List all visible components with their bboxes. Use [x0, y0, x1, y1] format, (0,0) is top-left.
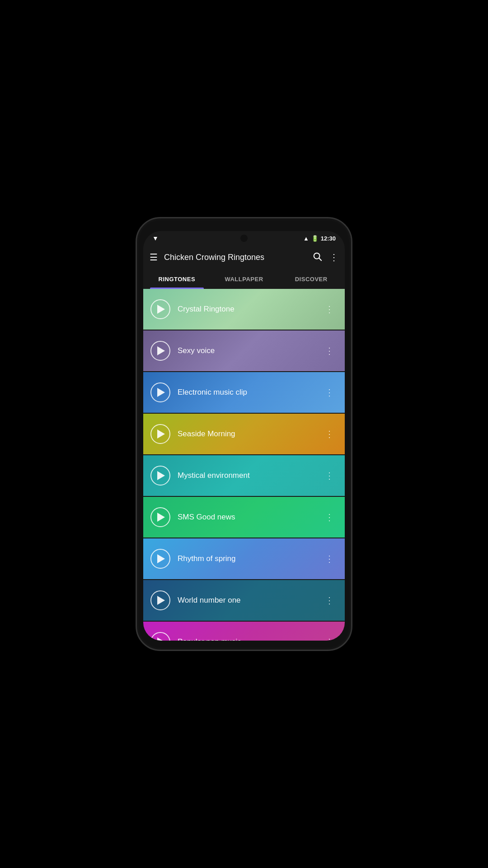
app-bar: ☰ Chicken Crowing Ringtones ⋮ [143, 245, 345, 269]
play-icon [157, 554, 165, 563]
item-more-icon[interactable]: ⋮ [321, 342, 338, 360]
play-button[interactable] [150, 590, 170, 610]
phone-screen: ▼ ▲ 🔋 12:30 ☰ Chicken Crowing Ringtones … [143, 231, 345, 641]
ringtone-item[interactable]: Rhythm of spring ⋮ [143, 538, 345, 579]
play-button[interactable] [150, 507, 170, 527]
ringtone-item[interactable]: Electronic music clip ⋮ [143, 372, 345, 413]
menu-icon[interactable]: ☰ [150, 252, 158, 263]
play-button[interactable] [150, 466, 170, 486]
play-icon [157, 471, 165, 480]
item-more-icon[interactable]: ⋮ [321, 383, 338, 401]
ringtone-name: SMS Good news [178, 513, 321, 522]
ringtone-list: Crystal Ringtone ⋮ Sexy voice ⋮ Electron… [143, 289, 345, 641]
action-icons: ⋮ [312, 251, 338, 264]
search-icon[interactable] [312, 251, 322, 264]
tab-discover[interactable]: DISCOVER [277, 269, 345, 289]
item-more-icon[interactable]: ⋮ [321, 633, 338, 641]
wifi-icon: ▼ [152, 235, 159, 242]
item-more-icon[interactable]: ⋮ [321, 550, 338, 568]
ringtone-name: Seaside Morning [178, 429, 321, 439]
play-button[interactable] [150, 549, 170, 569]
ringtone-item[interactable]: Crystal Ringtone ⋮ [143, 289, 345, 330]
item-more-icon[interactable]: ⋮ [321, 467, 338, 485]
play-button[interactable] [150, 632, 170, 641]
ringtone-name: Popular pop music [178, 637, 321, 641]
volume-up-button[interactable] [136, 313, 137, 338]
ringtone-name: Mystical environment [178, 471, 321, 480]
svg-point-0 [314, 253, 320, 259]
camera-cutout [240, 235, 248, 242]
ringtone-item[interactable]: Popular pop music ⋮ [143, 622, 345, 641]
play-icon [157, 637, 165, 641]
play-button[interactable] [150, 341, 170, 361]
signal-icon: ▲ [303, 235, 309, 242]
more-options-icon[interactable]: ⋮ [329, 252, 338, 263]
mute-button[interactable] [136, 291, 137, 307]
tabs-bar: RINGTONES WALLPAPER DISCOVER [143, 269, 345, 289]
item-more-icon[interactable]: ⋮ [321, 425, 338, 443]
item-more-icon[interactable]: ⋮ [321, 591, 338, 609]
tab-wallpaper[interactable]: WALLPAPER [211, 269, 278, 289]
svg-line-1 [319, 258, 322, 260]
item-more-icon[interactable]: ⋮ [321, 300, 338, 318]
tab-ringtones[interactable]: RINGTONES [143, 269, 211, 289]
play-icon [157, 429, 165, 439]
ringtone-item[interactable]: World number one ⋮ [143, 580, 345, 621]
play-button[interactable] [150, 299, 170, 319]
ringtone-name: Crystal Ringtone [178, 305, 321, 314]
play-button[interactable] [150, 382, 170, 402]
volume-down-button[interactable] [136, 344, 137, 369]
play-icon [157, 513, 165, 522]
ringtone-item[interactable]: Mystical environment ⋮ [143, 455, 345, 496]
play-icon [157, 305, 165, 314]
item-more-icon[interactable]: ⋮ [321, 508, 338, 526]
ringtone-item[interactable]: Sexy voice ⋮ [143, 330, 345, 371]
clock: 12:30 [321, 235, 336, 242]
play-icon [157, 388, 165, 397]
phone-frame: ▼ ▲ 🔋 12:30 ☰ Chicken Crowing Ringtones … [136, 217, 352, 651]
ringtone-item[interactable]: SMS Good news ⋮ [143, 497, 345, 538]
ringtone-name: Rhythm of spring [178, 554, 321, 563]
ringtone-name: Sexy voice [178, 346, 321, 355]
ringtone-name: Electronic music clip [178, 388, 321, 397]
play-button[interactable] [150, 424, 170, 444]
play-icon [157, 596, 165, 605]
play-icon [157, 346, 165, 355]
ringtone-item[interactable]: Seaside Morning ⋮ [143, 414, 345, 454]
power-button[interactable] [351, 309, 352, 336]
battery-icon: 🔋 [311, 235, 319, 242]
ringtone-name: World number one [178, 596, 321, 605]
app-title: Chicken Crowing Ringtones [164, 253, 312, 262]
